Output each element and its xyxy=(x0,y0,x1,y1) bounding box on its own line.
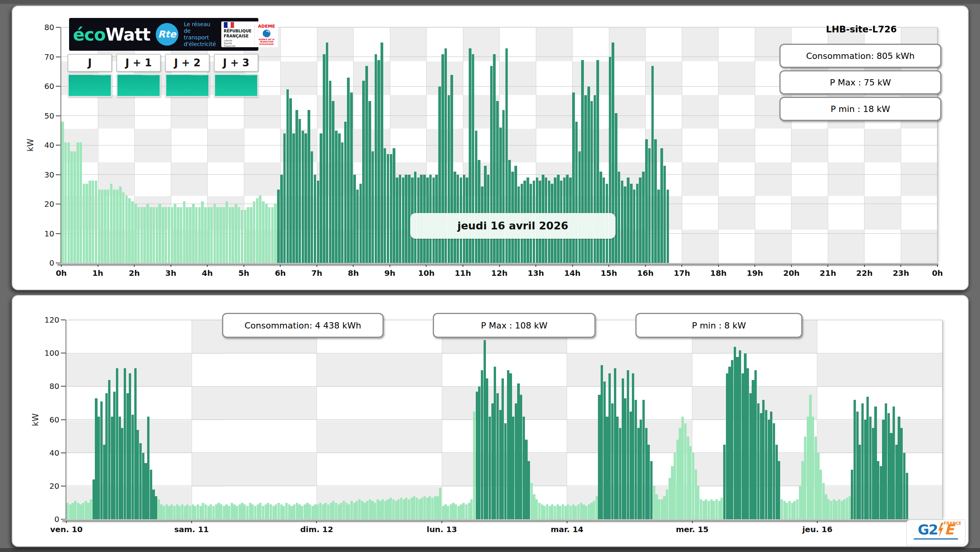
bar-estimated xyxy=(327,504,329,519)
y-tick-label: 0 xyxy=(32,515,59,524)
y-axis-line xyxy=(66,320,66,521)
bar-estimated xyxy=(215,504,217,519)
gridline-v xyxy=(442,320,442,519)
bar-estimated xyxy=(116,190,119,263)
bar-estimated xyxy=(400,498,402,519)
bar-measured xyxy=(308,110,310,263)
bar-measured xyxy=(885,403,887,520)
y-tick-label: 0 xyxy=(27,258,54,268)
bar-estimated xyxy=(564,506,567,519)
bar-estimated xyxy=(580,503,582,520)
bar-estimated xyxy=(101,190,103,263)
ecowatt-signal-tile-j3[interactable] xyxy=(214,74,258,97)
bar-estimated xyxy=(397,499,400,519)
bar-estimated xyxy=(251,504,254,519)
bar-measured xyxy=(496,393,499,519)
bar-estimated xyxy=(801,461,804,519)
bar-estimated xyxy=(366,501,368,519)
bar-measured xyxy=(142,453,144,519)
site-title: LHB-site-L726 xyxy=(774,24,949,34)
bar-estimated xyxy=(421,498,423,519)
ecowatt-logo: écoWatt xyxy=(73,25,150,44)
bar-measured xyxy=(368,101,371,263)
bar-estimated xyxy=(408,499,410,519)
bar-estimated xyxy=(843,499,845,519)
x-tick-label: 9h xyxy=(384,268,395,278)
bar-measured xyxy=(762,400,765,519)
bar-measured xyxy=(739,350,741,520)
stat-pmax-week: P Max : 108 kW xyxy=(433,313,596,338)
bar-estimated xyxy=(572,504,574,519)
bar-measured xyxy=(311,151,313,263)
bar-measured xyxy=(778,461,780,519)
bar-measured xyxy=(359,184,362,263)
bar-measured xyxy=(491,403,494,520)
bar-measured xyxy=(895,445,898,519)
bar-estimated xyxy=(301,506,303,519)
bar-estimated xyxy=(596,496,598,520)
bar-estimated xyxy=(679,428,681,519)
bar-estimated xyxy=(835,501,838,519)
bar-estimated xyxy=(207,207,210,263)
bar-estimated xyxy=(146,204,149,263)
bar-estimated xyxy=(66,503,69,520)
y-tick-mark xyxy=(56,174,60,175)
bar-measured xyxy=(489,417,491,520)
ecowatt-signal-tile-j[interactable] xyxy=(68,74,112,97)
bar-measured xyxy=(630,184,633,263)
bar-measured xyxy=(478,160,480,263)
bar-estimated xyxy=(257,504,259,519)
x-tick-label: 23h xyxy=(893,268,909,278)
day-button-j[interactable]: J xyxy=(68,54,112,72)
bar-estimated xyxy=(192,204,195,263)
bar-estimated xyxy=(113,190,116,263)
bar-estimated xyxy=(559,506,561,519)
bar-measured xyxy=(728,367,731,519)
bar-measured xyxy=(113,392,116,519)
bar-estimated xyxy=(447,506,449,519)
bar-measured xyxy=(611,403,614,520)
bar-measured xyxy=(317,181,320,263)
bar-estimated xyxy=(241,210,244,263)
bar-estimated xyxy=(666,490,668,520)
stat-consumption-day: Consommation: 805 kWh xyxy=(779,44,941,68)
bar-estimated xyxy=(387,499,389,519)
bar-measured xyxy=(770,412,772,519)
bar-estimated xyxy=(89,181,91,263)
day-button-j1[interactable]: J + 1 xyxy=(116,54,161,72)
y-tick-mark xyxy=(56,27,60,28)
bar-measured xyxy=(299,119,301,263)
day-button-j2[interactable]: J + 2 xyxy=(165,54,210,72)
bar-measured xyxy=(384,148,386,263)
bar-measured xyxy=(619,428,621,519)
x-tick-label: dim. 12 xyxy=(300,525,333,534)
bar-estimated xyxy=(377,499,379,519)
bar-estimated xyxy=(290,506,293,519)
forecast-day-j2: J + 2 xyxy=(165,54,210,97)
bar-estimated xyxy=(74,501,76,519)
bar-estimated xyxy=(283,506,285,519)
x-tick-label: 19h xyxy=(747,268,763,278)
bar-estimated xyxy=(687,437,689,520)
bar-estimated xyxy=(216,207,219,263)
ecowatt-signal-tile-j1[interactable] xyxy=(116,74,161,97)
bar-estimated xyxy=(288,504,290,519)
bar-measured xyxy=(286,89,289,263)
bar-measured xyxy=(601,365,603,519)
bar-measured xyxy=(630,412,632,519)
bar-measured xyxy=(347,78,350,263)
bar-estimated xyxy=(92,181,94,263)
bar-measured xyxy=(302,131,304,263)
bar-estimated xyxy=(403,499,405,519)
bar-estimated xyxy=(110,184,113,263)
bar-measured xyxy=(116,368,118,519)
bar-estimated xyxy=(413,496,415,520)
gridline-v xyxy=(192,320,192,519)
bar-measured xyxy=(627,177,630,263)
bar-estimated xyxy=(293,504,295,519)
ecowatt-signal-tile-j2[interactable] xyxy=(165,74,210,97)
day-button-j3[interactable]: J + 3 xyxy=(214,54,258,72)
y-tick-mark xyxy=(56,86,60,87)
bar-estimated xyxy=(219,207,222,263)
bar-estimated xyxy=(271,207,274,263)
